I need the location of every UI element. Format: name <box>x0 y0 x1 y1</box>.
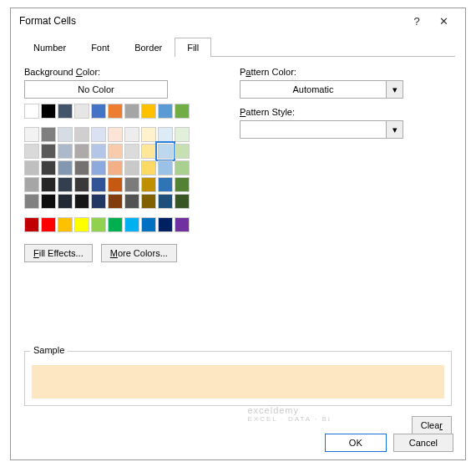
help-icon[interactable]: ? <box>403 15 430 28</box>
color-swatch[interactable] <box>158 144 173 159</box>
color-swatch[interactable] <box>58 160 73 175</box>
color-swatch[interactable] <box>175 160 190 175</box>
color-swatch[interactable] <box>158 194 173 209</box>
color-swatch[interactable] <box>175 177 190 192</box>
tab-font[interactable]: Font <box>78 38 122 57</box>
color-swatch[interactable] <box>58 194 73 209</box>
color-swatch[interactable] <box>175 144 190 159</box>
color-swatch[interactable] <box>124 217 139 232</box>
pattern-color-value: Automatic <box>241 81 386 98</box>
ok-button[interactable]: OK <box>325 434 387 452</box>
color-swatch[interactable] <box>24 160 39 175</box>
color-swatch[interactable] <box>58 217 73 232</box>
color-swatch[interactable] <box>108 104 123 119</box>
color-swatch[interactable] <box>91 194 106 209</box>
dialog-title: Format Cells <box>19 15 403 27</box>
color-swatch[interactable] <box>74 127 89 142</box>
color-swatch[interactable] <box>91 177 106 192</box>
pattern-color-dropdown[interactable]: Automatic ▾ <box>240 80 403 99</box>
close-icon[interactable]: ✕ <box>430 15 457 28</box>
color-swatch[interactable] <box>91 104 106 119</box>
watermark: exceldemy EXCEL · DATA · BI <box>247 405 332 423</box>
color-swatch[interactable] <box>175 217 190 232</box>
color-swatch[interactable] <box>58 177 73 192</box>
color-swatch[interactable] <box>158 160 173 175</box>
chevron-down-icon[interactable]: ▾ <box>386 81 403 98</box>
color-swatch[interactable] <box>158 127 173 142</box>
color-swatch[interactable] <box>24 177 39 192</box>
color-swatch[interactable] <box>108 160 123 175</box>
color-swatch[interactable] <box>24 194 39 209</box>
color-swatch[interactable] <box>74 104 89 119</box>
color-swatch[interactable] <box>141 217 156 232</box>
sample-group: Sample <box>24 351 452 406</box>
color-swatch[interactable] <box>108 217 123 232</box>
color-swatch[interactable] <box>141 194 156 209</box>
color-swatch[interactable] <box>91 217 106 232</box>
color-swatch[interactable] <box>175 194 190 209</box>
fill-effects-button[interactable]: Fill Effects... <box>24 244 93 262</box>
no-color-button[interactable]: No Color <box>24 80 168 99</box>
pattern-style-dropdown[interactable]: ▾ <box>240 120 403 139</box>
dialog-content: Background Color: No Color Fill Effects.… <box>11 57 465 426</box>
color-swatch[interactable] <box>24 127 39 142</box>
sample-label: Sample <box>30 345 68 355</box>
color-swatch[interactable] <box>41 177 56 192</box>
color-swatch[interactable] <box>158 104 173 119</box>
tab-strip: NumberFontBorderFill <box>21 37 455 57</box>
color-swatch[interactable] <box>24 144 39 159</box>
color-swatch[interactable] <box>91 160 106 175</box>
color-swatch[interactable] <box>58 104 73 119</box>
color-swatch[interactable] <box>74 194 89 209</box>
color-swatch[interactable] <box>41 104 56 119</box>
color-swatch[interactable] <box>24 217 39 232</box>
color-swatch[interactable] <box>74 160 89 175</box>
color-swatch[interactable] <box>141 104 156 119</box>
tab-fill[interactable]: Fill <box>175 38 211 57</box>
color-swatch[interactable] <box>24 104 39 119</box>
tab-border[interactable]: Border <box>122 38 175 57</box>
color-swatch[interactable] <box>108 177 123 192</box>
color-swatch[interactable] <box>41 127 56 142</box>
color-swatch[interactable] <box>124 160 139 175</box>
color-swatch[interactable] <box>58 127 73 142</box>
color-swatch[interactable] <box>175 127 190 142</box>
color-swatch[interactable] <box>141 127 156 142</box>
color-swatch[interactable] <box>158 217 173 232</box>
standard-color-row <box>24 217 190 232</box>
color-grid <box>24 127 190 209</box>
format-cells-dialog: Format Cells ? ✕ NumberFontBorderFill Ba… <box>10 8 466 460</box>
tab-number[interactable]: Number <box>21 38 78 57</box>
color-swatch[interactable] <box>124 144 139 159</box>
color-swatch[interactable] <box>74 144 89 159</box>
pattern-style-value <box>241 121 386 138</box>
color-swatch[interactable] <box>141 160 156 175</box>
color-swatch[interactable] <box>108 127 123 142</box>
color-swatch[interactable] <box>74 177 89 192</box>
color-swatch[interactable] <box>91 144 106 159</box>
color-swatch[interactable] <box>41 144 56 159</box>
color-swatch[interactable] <box>108 194 123 209</box>
color-swatch[interactable] <box>141 177 156 192</box>
cancel-button[interactable]: Cancel <box>393 434 453 452</box>
sample-preview <box>32 365 444 398</box>
dialog-buttons: OK Cancel <box>11 426 465 459</box>
color-swatch[interactable] <box>175 104 190 119</box>
pattern-color-label: Pattern Color: <box>240 67 452 77</box>
chevron-down-icon[interactable]: ▾ <box>386 121 403 138</box>
clear-button[interactable]: Clear <box>412 416 452 434</box>
color-swatch[interactable] <box>58 144 73 159</box>
color-swatch[interactable] <box>108 144 123 159</box>
color-swatch[interactable] <box>41 194 56 209</box>
color-swatch[interactable] <box>91 127 106 142</box>
color-swatch[interactable] <box>124 127 139 142</box>
color-swatch[interactable] <box>141 144 156 159</box>
color-swatch[interactable] <box>158 177 173 192</box>
color-swatch[interactable] <box>74 217 89 232</box>
color-swatch[interactable] <box>124 104 139 119</box>
color-swatch[interactable] <box>41 160 56 175</box>
more-colors-button[interactable]: More Colors... <box>101 244 177 262</box>
color-swatch[interactable] <box>124 177 139 192</box>
color-swatch[interactable] <box>124 194 139 209</box>
color-swatch[interactable] <box>41 217 56 232</box>
